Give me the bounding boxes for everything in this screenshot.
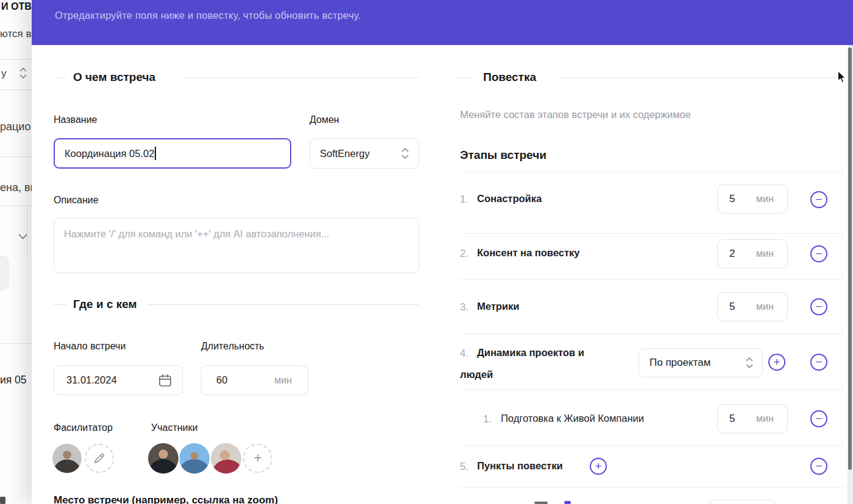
remove-stage-button[interactable]: − (810, 298, 827, 315)
stage-minutes-input[interactable]: 2 мин (717, 239, 788, 268)
chevron-updown-icon (400, 147, 410, 160)
edit-facilitator-button[interactable] (85, 444, 114, 473)
minus-icon: − (815, 194, 822, 205)
chevron-updown-icon (745, 356, 754, 369)
row-divider (460, 334, 844, 334)
edit-meeting-screen: И ОТВ ются в у рацио ена, вы ия 05 Отред… (0, 0, 853, 504)
meeting-name-value: Координация 05.02 (65, 148, 154, 159)
minus-icon: − (815, 413, 822, 424)
minutes-value: 5 (729, 301, 750, 313)
facilitator-label: Фасилитатор (54, 422, 113, 433)
add-substage-button[interactable]: + (768, 354, 785, 371)
stage-mode-select[interactable]: По проектам (639, 348, 763, 377)
minus-icon: − (815, 356, 822, 368)
section-rule (184, 77, 419, 78)
stage-title: Консент на повестку (477, 247, 579, 259)
duration-unit: мин (274, 375, 292, 386)
partial-row-fragment (564, 501, 571, 504)
stage-number: 3. (460, 301, 469, 313)
minutes-unit: мин (756, 194, 774, 205)
stage-title: Пункты повестки (477, 460, 563, 472)
remove-substage-button[interactable]: − (810, 410, 827, 427)
row-divider (460, 389, 844, 390)
participant-avatar[interactable] (148, 443, 179, 474)
stage-mode-value: По проектам (649, 357, 710, 369)
name-label: Название (54, 114, 97, 125)
section-rule (454, 77, 472, 78)
minutes-unit: мин (756, 248, 774, 259)
bg-divider (0, 89, 32, 90)
minutes-value: 5 (729, 193, 750, 205)
minus-icon: − (815, 301, 822, 312)
scrollbar-thumb[interactable] (848, 47, 852, 470)
minutes-value: 2 (729, 248, 750, 260)
chevron-updown-icon (18, 66, 28, 80)
remove-stage-button[interactable]: − (810, 354, 827, 371)
section-rule (148, 304, 419, 305)
description-label: Описание (54, 195, 99, 206)
partial-row-fragment (534, 502, 548, 504)
duration-label: Длительность (201, 341, 264, 352)
stage-title: людей (460, 369, 493, 380)
add-participant-button[interactable]: + (243, 444, 272, 473)
minutes-unit: мин (756, 413, 774, 424)
substage-number: 1. (483, 413, 492, 425)
domain-select[interactable]: SoftEnergy (310, 138, 419, 169)
domain-label: Домен (310, 114, 339, 125)
participant-avatar[interactable] (179, 443, 210, 474)
agenda-subtitle: Меняйте состав этапов встречи и их содер… (460, 109, 691, 121)
bg-column-divider (27, 206, 27, 257)
plus-icon: + (595, 460, 601, 472)
modal-banner: Отредактируйте поля ниже и повестку, что… (32, 0, 853, 45)
minutes-unit: мин (756, 301, 774, 312)
domain-value: SoftEnergy (320, 148, 370, 159)
duration-input[interactable]: 60 мин (201, 365, 308, 395)
bg-button-fragment (0, 256, 9, 290)
bg-divider (0, 343, 32, 344)
background-page-strip: И ОТВ ются в у рацио ена, вы ия 05 (0, 0, 32, 504)
start-date-value: 31.01.2024 (66, 374, 117, 386)
where-section-title: Где и с кем (73, 298, 137, 311)
row-divider (460, 279, 844, 280)
bg-select-fragment: у (1, 68, 7, 80)
facilitator-avatar[interactable] (52, 444, 82, 473)
banner-message: Отредактируйте поля ниже и повестку, что… (55, 10, 361, 21)
pencil-icon (93, 452, 106, 465)
stage-title: Динамика проектов и (477, 347, 584, 359)
remove-stage-button[interactable]: − (810, 191, 827, 208)
minutes-value: 5 (729, 413, 750, 425)
chevron-down-icon (18, 233, 28, 240)
stage-number: 4. (460, 348, 469, 359)
row-divider (460, 487, 844, 488)
row-divider (460, 172, 844, 173)
bg-heading-fragment: И ОТВ (1, 1, 32, 12)
stage-number: 2. (460, 248, 469, 259)
remove-stage-button[interactable]: − (810, 245, 827, 262)
start-label: Начало встречи (54, 341, 126, 352)
section-rule (557, 77, 843, 78)
calendar-icon (158, 373, 172, 388)
remove-stage-button[interactable]: − (810, 458, 827, 475)
bg-divider (0, 59, 32, 60)
stage-minutes-input[interactable]: 5 мин (717, 404, 788, 433)
section-rule (54, 304, 67, 305)
row-divider (460, 445, 844, 446)
place-label: Место встречи (например, ссылка на zoom) (54, 494, 278, 504)
description-textarea[interactable]: Нажмите '/' для команд или '++' для AI а… (54, 218, 419, 273)
text-caret (155, 147, 156, 160)
bg-dark-fragment (0, 497, 5, 504)
description-placeholder: Нажмите '/' для команд или '++' для AI а… (64, 228, 330, 240)
bg-text-fragment: ия 05 (0, 374, 27, 387)
meeting-name-input[interactable]: Координация 05.02 (54, 138, 291, 169)
participant-avatar[interactable] (211, 443, 241, 474)
bg-text-fragment: рацио (0, 121, 30, 133)
row-divider (460, 233, 844, 234)
stage-minutes-input[interactable]: 5 мин (717, 292, 788, 321)
bg-text-fragment: ются в (0, 28, 31, 40)
stage-minutes-input[interactable]: 5 мин (717, 184, 788, 214)
plus-icon: + (773, 356, 780, 368)
start-date-input[interactable]: 31.01.2024 (54, 365, 183, 395)
stage-number: 5. (460, 461, 469, 472)
add-agenda-item-button[interactable]: + (590, 458, 607, 475)
bg-divider (0, 156, 32, 157)
